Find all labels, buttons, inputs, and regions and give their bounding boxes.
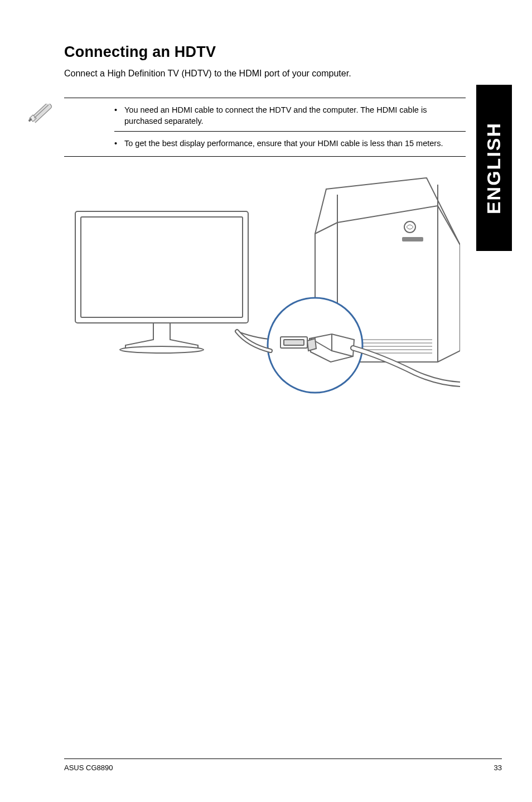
svg-point-3: [120, 346, 204, 353]
language-tab: ENGLISH: [476, 85, 512, 251]
note-block: You need an HDMI cable to connect the HD…: [64, 98, 466, 157]
language-tab-text: ENGLISH: [483, 122, 505, 214]
page-footer: ASUS CG8890 33: [64, 758, 502, 772]
intro-text: Connect a High Definition TV (HDTV) to t…: [64, 69, 466, 79]
content-area: Connecting an HDTV Connect a High Defini…: [64, 44, 466, 398]
note-item: To get the best display performance, ens…: [114, 131, 466, 149]
svg-rect-10: [402, 237, 423, 241]
svg-rect-13: [284, 340, 304, 345]
footer-page-number: 33: [494, 764, 502, 772]
hdtv-connection-illustration: [70, 172, 466, 398]
page-title: Connecting an HDTV: [64, 44, 466, 61]
footer-product: ASUS CG8890: [64, 764, 113, 772]
pencil-icon: [28, 104, 55, 127]
page: ENGLISH Connecting an HDTV Connect a Hig…: [0, 0, 532, 802]
svg-rect-2: [81, 217, 243, 317]
note-list: You need an HDMI cable to connect the HD…: [64, 105, 466, 149]
note-item: You need an HDMI cable to connect the HD…: [114, 105, 466, 127]
